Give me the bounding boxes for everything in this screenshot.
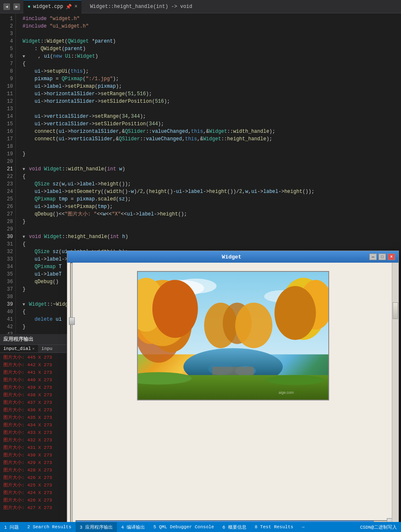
cpp-file-icon: ● — [28, 4, 30, 10]
status-problems-label: 1 问题 — [4, 524, 19, 530]
output-list-item: 图片大小: 431 X 273 — [0, 444, 66, 451]
output-list-item: 图片大小: 439 X 273 — [0, 384, 66, 391]
output-list-item: 图片大小: 429 X 273 — [0, 459, 66, 466]
status-test-results-label: 8 Test Results — [255, 524, 293, 529]
autumn-scene: aige.com — [138, 272, 328, 400]
widget-titlebar[interactable]: Widget — □ × — [67, 251, 398, 263]
status-overview[interactable]: 6 概要信息 — [218, 522, 250, 532]
svg-rect-22 — [212, 367, 254, 375]
output-tab-1-close[interactable]: ✕ — [32, 346, 35, 351]
status-app-output[interactable]: 3 应用程序输出 — [76, 522, 117, 532]
output-list[interactable]: 图片大小: 445 X 273图片大小: 442 X 273图片大小: 441 … — [0, 353, 66, 528]
widget-scrollbar[interactable] — [392, 263, 398, 526]
editor-tab[interactable]: ● widget.cpp 📌 × — [23, 0, 81, 13]
status-search-results-label: 2 Search Results — [27, 524, 71, 529]
status-qml-debugger-label: 5 QML Debugger Console — [153, 524, 214, 529]
status-problems[interactable]: 1 问题 — [0, 522, 23, 532]
output-list-item: 图片大小: 436 X 273 — [0, 406, 66, 414]
svg-point-12 — [274, 286, 316, 340]
output-list-item: 图片大小: 438 X 273 — [0, 391, 66, 399]
status-search-results[interactable]: 2 Search Results — [23, 522, 76, 532]
output-list-item: 图片大小: 425 X 273 — [0, 481, 66, 489]
output-list-item: 图片大小: 435 X 273 — [0, 414, 66, 421]
status-overview-label: 6 概要信息 — [222, 524, 246, 530]
status-app-output-label: 3 应用程序输出 — [80, 524, 113, 530]
status-qml-debugger[interactable]: 5 QML Debugger Console — [149, 522, 218, 532]
status-more-label: → — [302, 524, 305, 529]
widget-maximize-button[interactable]: □ — [378, 253, 386, 260]
output-list-item: 图片大小: 445 X 273 — [0, 354, 66, 361]
output-tab-2[interactable]: inpu — [38, 345, 56, 352]
widget-minimize-button[interactable]: — — [369, 253, 377, 260]
forward-button[interactable]: ▶ — [13, 3, 20, 10]
output-list-item: 图片大小: 442 X 273 — [0, 361, 66, 369]
status-test-results[interactable]: 8 Test Results — [251, 522, 297, 532]
output-list-item: 图片大小: 426 X 273 — [0, 497, 66, 504]
vertical-slider-track[interactable] — [70, 263, 73, 532]
output-panel: 应用程序输出 input_dial ✕ inpu 图片大小: 445 X 273… — [0, 334, 67, 528]
output-tabs: input_dial ✕ inpu — [0, 345, 66, 353]
output-list-item: 图片大小: 430 X 273 — [0, 451, 66, 459]
svg-point-15 — [235, 303, 272, 348]
widget-close-button[interactable]: × — [388, 253, 395, 260]
output-list-item: 图片大小: 427 X 273 — [0, 504, 66, 512]
status-bar: 1 问题 2 Search Results 3 应用程序输出 4 编译输出 5 … — [0, 522, 401, 532]
svg-text:aige.com: aige.com — [279, 390, 294, 395]
output-list-item: 图片大小: 434 X 273 — [0, 421, 66, 429]
breadcrumb: Widget::height_handle(int) -> void — [90, 4, 192, 10]
output-panel-header: 应用程序输出 — [0, 334, 66, 345]
output-list-item: 图片大小: 440 X 273 — [0, 376, 66, 384]
output-tab-2-label: inpu — [41, 346, 52, 351]
status-right-text: CSDN@二进制写入 — [356, 522, 401, 532]
title-bar: ◀ ▶ ● widget.cpp 📌 × Widget::height_hand… — [0, 0, 401, 13]
output-list-item: 图片大小: 433 X 273 — [0, 429, 66, 436]
tab-close-button[interactable]: × — [74, 4, 77, 10]
widget-scrollbar-thumb[interactable] — [393, 302, 398, 319]
widget-title: Widget — [94, 254, 369, 260]
output-tab-1[interactable]: input_dial ✕ — [0, 345, 38, 352]
status-compile-output-label: 4 编译输出 — [121, 524, 145, 530]
output-list-item: 图片大小: 441 X 273 — [0, 369, 66, 376]
vertical-slider-container — [67, 263, 76, 532]
image-display: aige.com — [137, 271, 329, 400]
line-numbers: 12345 678910 1112131415 1617181920 21222… — [0, 13, 16, 335]
status-more[interactable]: → — [297, 522, 309, 532]
back-button[interactable]: ◀ — [3, 3, 10, 10]
tab-pin-icon: 📌 — [66, 4, 72, 10]
status-compile-output[interactable]: 4 编译输出 — [117, 522, 149, 532]
output-list-item: 图片大小: 426 X 273 — [0, 474, 66, 481]
breadcrumb-text: Widget::height_handle(int) -> void — [90, 4, 192, 10]
widget-wm-buttons: — □ × — [369, 253, 395, 260]
svg-point-9 — [152, 280, 198, 338]
output-tab-1-label: input_dial — [3, 346, 31, 351]
output-list-item: 图片大小: 428 X 273 — [0, 466, 66, 474]
output-list-item: 图片大小: 437 X 273 — [0, 399, 66, 406]
status-csdn-label: CSDN@二进制写入 — [360, 524, 397, 530]
svg-point-21 — [266, 375, 324, 385]
vertical-slider-thumb[interactable] — [69, 317, 75, 325]
tab-filename: widget.cpp — [33, 4, 63, 10]
widget-body: aige.com — [67, 263, 398, 532]
output-list-item: 图片大小: 424 X 273 — [0, 489, 66, 497]
widget-window: Widget — □ × — [67, 251, 399, 532]
output-list-item: 图片大小: 432 X 273 — [0, 436, 66, 444]
